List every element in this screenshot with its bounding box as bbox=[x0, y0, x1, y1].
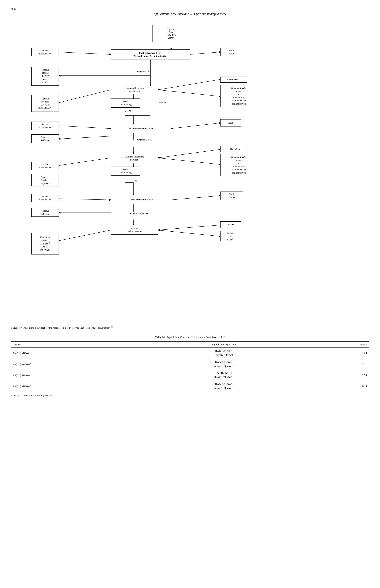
box-aqueous-feed: AqueousFeedU/Pu/FPsin HNO₃ bbox=[152, 25, 190, 42]
box-first-extraction: First Extraction CycleFission Product De… bbox=[111, 49, 190, 60]
species-4: Pa(OH)₂(NO₃)₄− bbox=[11, 381, 141, 392]
svg-line-3 bbox=[190, 52, 220, 55]
table-pa-sup: V bbox=[224, 336, 225, 337]
svg-line-29 bbox=[171, 196, 220, 200]
box-u-pu-partition: Uranium/PlutoniumPartition bbox=[111, 154, 158, 163]
u-pu-partial-label: Uranium/PlutoniumPartial Split bbox=[125, 87, 144, 93]
svg-line-15 bbox=[59, 126, 111, 129]
page-title: Applications in the Nuclear Fuel Cycle a… bbox=[11, 12, 369, 16]
logk-3: 2.73 bbox=[307, 370, 369, 381]
table-label: Table 14 bbox=[155, 336, 165, 339]
flowchart-lines bbox=[20, 21, 360, 320]
box-feed-cond-2: FeedConditioning bbox=[111, 167, 140, 176]
figure-caption: Figure 47 An outline flowsheet for the r… bbox=[11, 326, 369, 330]
box-u-loaded-2: Uranium LoadedSolventtouranium backextra… bbox=[220, 154, 258, 176]
hno3-3-label: HNO₃ bbox=[228, 223, 234, 226]
box-aq-raffinate-1: AqueousRaffinateFPs,NPVAmIIICmIII bbox=[31, 67, 59, 86]
species-3: Pa(OH)₂(NO₃)₃ bbox=[11, 370, 141, 381]
logk-2: 2.11 bbox=[307, 359, 369, 370]
logk-4: 3.15 bbox=[307, 381, 369, 392]
text-organic-pu: Organic Pu(NO₃)₄ bbox=[113, 212, 166, 215]
aq-raffinate-1-label: AqueousRaffinateFPs,NPVAmIIICmIII bbox=[41, 68, 49, 84]
table-title-sup: 441 bbox=[190, 336, 193, 337]
svg-line-16 bbox=[171, 123, 220, 129]
figure-label: Figure 47 bbox=[11, 326, 22, 329]
text-50-u: 50% of U bbox=[152, 101, 175, 104]
figure-superscript: 436 bbox=[110, 326, 113, 328]
logk-1: 1.23 bbox=[307, 347, 369, 359]
col-header-species: Species bbox=[11, 342, 141, 348]
table-footnote: ᵃ In 5 M (Li⁺/Na⁺/H⁺ClO₄⁻/NO₃⁻) medium. bbox=[11, 394, 369, 397]
pu-product-label: PlutoniumProduct25 g dm−3Pu asPu(NO₃)₄ bbox=[40, 236, 50, 251]
box-second-extraction: Second Extraction Cycle bbox=[111, 124, 171, 133]
text-organic-u-pu-1: Organic U + Pu bbox=[120, 70, 169, 73]
text-organic-u-pu-2: Organic U + Pu bbox=[120, 138, 169, 141]
third-extraction-label: Third Extraction Cycle bbox=[129, 198, 152, 201]
svg-line-8 bbox=[59, 90, 111, 103]
svg-line-11 bbox=[158, 90, 220, 97]
aq-raffinate-3-label: AqueousRaffinate bbox=[41, 209, 49, 216]
scrub-hno3-3-label: ScrubHNO₃ bbox=[228, 193, 234, 199]
svg-line-28 bbox=[59, 199, 111, 200]
species-1: Pa(OH)₂(NO₃)2+ bbox=[11, 347, 141, 359]
svg-line-21 bbox=[59, 158, 111, 165]
u-loaded-1-label: Uranium LoadedSolventtouranium backextra… bbox=[231, 87, 247, 105]
box-solvent-2: Solvent20%TBP/OK bbox=[31, 121, 59, 130]
box-feed-cond-1: FeedConditioning bbox=[111, 98, 140, 108]
scrub-2-label: Scrub bbox=[228, 121, 233, 124]
solvent-2-label: Solvent20%TBP/OK bbox=[38, 123, 51, 129]
second-extraction-label: Second Extraction Cycle bbox=[129, 127, 153, 130]
svg-line-33 bbox=[158, 225, 220, 230]
box-solvent-recycle: Solventtorecycle bbox=[220, 231, 241, 241]
col-header-expression: Equilibrium expression bbox=[141, 342, 307, 348]
table-row: Pa(OH)₂(NO₃)₂+ [Pa(OH)₂(NO₃)₂+] [Pa(OH)₂… bbox=[11, 359, 369, 370]
box-pu-product: PlutoniumProduct25 g dm−3Pu asPu(NO₃)₄ bbox=[31, 233, 59, 255]
expression-4: [Pa(OH)₂(NO₃)₄−] [Pa(OH)₂3+][NO₃−]4 bbox=[141, 381, 307, 392]
first-extraction-label: First Extraction CycleFission Product De… bbox=[133, 51, 167, 58]
text-pu: Pu bbox=[131, 179, 141, 182]
equilibrium-table: Species Equilibrium expression log Ka Pa… bbox=[11, 341, 369, 392]
box-hno3-3: HNO₃ bbox=[220, 221, 241, 228]
table-row: Pa(OH)₂(NO₃)₃ [Pa(OH)₂(NO₃)₃] [Pa(OH)₂3+… bbox=[11, 370, 369, 381]
box-scrub-1: ScrubHNO₃ bbox=[220, 48, 243, 56]
aq-product-2-label: AqueousProductPu(SO₄)₂ bbox=[40, 176, 50, 185]
table-row: Pa(OH)₂(NO₃)2+ [Pa(OH)₂(NO₃)2+] [Pa(OH)₂… bbox=[11, 347, 369, 359]
u-loaded-2-label: Uranium LoadedSolventtouranium backextra… bbox=[231, 156, 247, 174]
box-aq-raffinate-3: AqueousRaffinate bbox=[31, 208, 59, 217]
box-pu-back-extraction: PlutoniumBack Extraction bbox=[111, 225, 158, 235]
expression-1: [Pa(OH)₂(NO₃)2+] [Pa(OH)₂2+][NO₃−] bbox=[141, 347, 307, 359]
svg-line-20 bbox=[158, 149, 220, 158]
box-scrub-2: Scrub bbox=[220, 119, 241, 126]
hno3-h2so4-1-label: HNO₃/H₂SO₄ bbox=[227, 78, 240, 81]
flowchart: AqueousFeedU/Pu/FPsin HNO₃ First Extract… bbox=[20, 21, 360, 320]
table-title-rest: for Nitrate Complexes of Pa bbox=[194, 336, 224, 339]
page-number: 956 bbox=[11, 8, 369, 11]
scrub-tbp-label: Scrub20%TBP/OK bbox=[38, 163, 51, 169]
svg-line-35 bbox=[158, 230, 220, 236]
box-hno3-h2so4-2: HNO₃/H₂SO₄ bbox=[220, 146, 247, 152]
table-section: Table 14 Equilibrium Constants441 for Ni… bbox=[11, 335, 369, 397]
box-third-extraction: Third Extraction Cycle bbox=[111, 195, 171, 204]
box-solvent-1: Solvent20%TBP/OK bbox=[31, 48, 59, 56]
box-scrub-tbp: Scrub20%TBP/OK bbox=[31, 162, 59, 170]
svg-line-7 bbox=[158, 79, 220, 90]
aq-raffinate-2-label: AqueousRaffinate bbox=[41, 136, 49, 142]
text-u-pu-split: U ↓ Pu bbox=[120, 109, 135, 112]
box-hno3-h2so4-1: HNO₃/H₂SO₄ bbox=[220, 77, 247, 83]
box-u-pu-partial: Uranium/PlutoniumPartial Split bbox=[111, 86, 158, 94]
u-pu-partition-label: Uranium/PlutoniumPartition bbox=[125, 155, 144, 161]
table-title: Table 14 Equilibrium Constants441 for Ni… bbox=[11, 335, 369, 339]
box-scrub-hno3-3: ScrubHNO₃ bbox=[220, 192, 243, 200]
box-aq-product-1: AqueousProductU + Pu inHNO₃/H₂SO₄ bbox=[31, 95, 59, 112]
svg-line-34 bbox=[59, 230, 111, 241]
box-u-loaded-1: Uranium LoadedSolventtouranium backextra… bbox=[220, 85, 258, 107]
svg-line-22 bbox=[158, 158, 220, 164]
svg-line-18 bbox=[59, 136, 111, 139]
svg-line-2 bbox=[59, 52, 111, 55]
aq-product-1-label: AqueousProductU + Pu inHNO₃/H₂SO₄ bbox=[38, 97, 52, 109]
pu-back-extraction-label: PlutoniumBack Extraction bbox=[127, 227, 142, 233]
solvent-1-label: Solvent20%TBP/OK bbox=[38, 49, 51, 55]
box-aq-raffinate-2: AqueousRaffinate bbox=[31, 135, 59, 143]
hno3-h2so4-2-label: HNO₃/H₂SO₄ bbox=[227, 147, 240, 151]
col-header-logk: log Ka bbox=[307, 342, 369, 348]
